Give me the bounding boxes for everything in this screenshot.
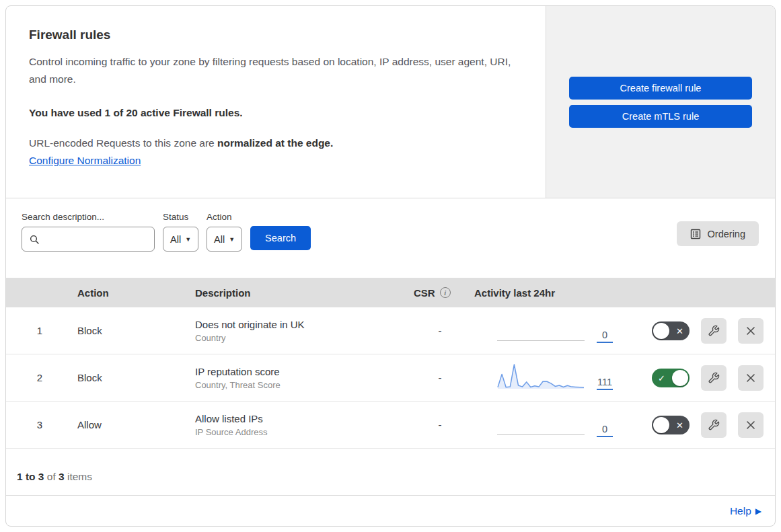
wrench-icon [708, 372, 720, 384]
activity-sparkline [497, 411, 585, 439]
search-input[interactable] [40, 234, 147, 245]
activity-count-link[interactable]: 0 [597, 330, 613, 343]
rule-activity-cell: 0 [470, 411, 638, 439]
create-buttons-panel: Create firewall rule Create mTLS rule [546, 6, 775, 198]
table-footer: 1 to 3 of 3 items Help▶ [6, 449, 775, 526]
rule-activity-cell: 111 [470, 364, 638, 392]
rule-csr: - [410, 419, 470, 430]
filter-bar: Search description... Status All ▼ Actio… [6, 198, 775, 278]
normalization-line: URL-encoded Requests to this zone are no… [29, 137, 523, 149]
status-select[interactable]: All ▼ [163, 227, 198, 252]
delete-rule-button[interactable] [738, 318, 764, 344]
activity-count-link[interactable]: 0 [597, 424, 613, 437]
configure-normalization-link[interactable]: Configure Normalization [29, 155, 141, 167]
rule-description-cell: Allow listed IPs IP Source Address [191, 413, 410, 437]
status-label: Status [163, 212, 198, 222]
status-toggle[interactable]: ✕ [652, 321, 690, 340]
description-column-header: Description [191, 287, 410, 299]
pagination-total: 3 [59, 471, 65, 482]
create-firewall-rule-button[interactable]: Create firewall rule [569, 77, 752, 100]
delete-rule-button[interactable] [738, 412, 764, 438]
rule-criteria: Country, Threat Score [195, 380, 410, 390]
status-select-value: All [170, 234, 181, 245]
rule-controls: ✕ [638, 412, 775, 438]
search-icon [29, 234, 40, 245]
rule-description-cell: Does not originate in UK Country [191, 319, 410, 343]
search-label: Search description... [22, 212, 155, 222]
arrow-right-icon: ▶ [755, 506, 761, 516]
action-select[interactable]: All ▼ [207, 227, 242, 252]
wrench-icon [708, 419, 720, 431]
edit-rule-button[interactable] [701, 412, 727, 438]
help-link[interactable]: Help▶ [730, 505, 761, 517]
edit-rule-button[interactable] [701, 365, 727, 391]
status-toggle[interactable]: ✕ [652, 416, 690, 434]
intro-section: Firewall rules Control incoming traffic … [6, 6, 775, 198]
activity-count-link[interactable]: 111 [597, 377, 613, 390]
info-icon[interactable]: i [440, 287, 451, 298]
toggle-check-icon: ✓ [658, 373, 665, 382]
activity-sparkline [497, 364, 585, 392]
table-row: 1 Block Does not originate in UK Country… [6, 307, 775, 354]
rule-criteria: IP Source Address [195, 427, 410, 437]
delete-rule-button[interactable] [738, 365, 764, 391]
rule-criteria: Country [195, 333, 410, 343]
close-icon [745, 326, 756, 336]
rule-controls: ✕ [638, 318, 775, 344]
table-row: 3 Allow Allow listed IPs IP Source Addre… [6, 402, 775, 449]
normalization-prefix: URL-encoded Requests to this zone are [29, 137, 217, 149]
usage-line: You have used 1 of 20 active Firewall ru… [29, 107, 523, 119]
rule-description: Does not originate in UK [195, 319, 410, 330]
rule-description: IP reputation score [195, 366, 410, 377]
rule-activity-cell: 0 [470, 317, 638, 345]
page-title: Firewall rules [29, 28, 523, 42]
table-row: 2 Block IP reputation score Country, Thr… [6, 354, 775, 402]
normalization-bold: normalized at the edge. [217, 137, 333, 149]
table-header: Action Description CSR i Activity last 2… [6, 278, 775, 307]
activity-sparkline [497, 317, 585, 345]
rule-priority: 2 [6, 372, 73, 383]
search-button[interactable]: Search [250, 226, 311, 250]
close-icon [745, 373, 756, 383]
chevron-down-icon: ▼ [185, 236, 191, 243]
intro-text-block: Firewall rules Control incoming traffic … [6, 6, 546, 198]
csr-column-header: CSR i [410, 287, 470, 299]
rule-action: Block [73, 372, 191, 383]
action-select-value: All [214, 234, 225, 245]
activity-column-header: Activity last 24hr [470, 287, 638, 299]
rule-csr: - [410, 372, 470, 383]
intro-description: Control incoming traffic to your zone by… [29, 53, 513, 89]
action-column-header: Action [73, 287, 191, 299]
ordering-list-icon [690, 229, 701, 239]
rule-priority: 3 [6, 419, 73, 430]
edit-rule-button[interactable] [701, 318, 727, 344]
wrench-icon [708, 325, 720, 337]
chevron-down-icon: ▼ [229, 236, 235, 243]
pagination-summary: 1 to 3 of 3 items [6, 471, 775, 495]
close-icon [745, 420, 756, 430]
toggle-x-icon: ✕ [676, 326, 683, 335]
status-toggle[interactable]: ✓ [652, 369, 690, 387]
pagination-range: 1 to 3 [17, 471, 44, 482]
rule-priority: 1 [6, 325, 73, 336]
rule-action: Allow [73, 419, 191, 430]
create-mtls-rule-button[interactable]: Create mTLS rule [569, 105, 752, 128]
page: Firewall rules Control incoming traffic … [0, 0, 781, 532]
rule-description: Allow listed IPs [195, 413, 410, 424]
rule-controls: ✓ [638, 365, 775, 391]
rule-description-cell: IP reputation score Country, Threat Scor… [191, 366, 410, 390]
help-row: Help▶ [6, 495, 775, 526]
action-label: Action [207, 212, 242, 222]
rule-csr: - [410, 325, 470, 336]
toggle-x-icon: ✕ [676, 420, 683, 429]
rule-action: Block [73, 325, 191, 336]
search-input-wrapper [22, 227, 155, 252]
firewall-rules-card: Firewall rules Control incoming traffic … [5, 5, 776, 527]
ordering-button-label: Ordering [708, 229, 745, 239]
ordering-button[interactable]: Ordering [677, 221, 759, 246]
